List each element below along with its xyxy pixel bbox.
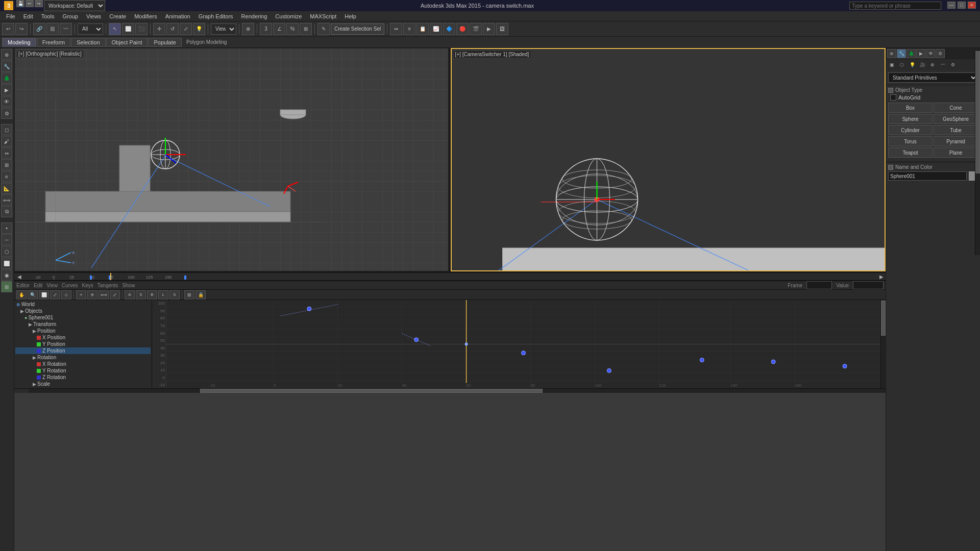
close-btn[interactable]: ✕ <box>968 2 976 9</box>
btn-sphere[interactable]: Sphere <box>888 114 933 124</box>
ge-tan-bezier-btn[interactable]: B <box>147 290 157 299</box>
ge-scale-key-btn[interactable]: ⤢ <box>110 290 120 299</box>
use-pivot-btn[interactable]: ⊕ <box>242 23 254 35</box>
object-name-input[interactable] <box>888 171 967 181</box>
ge-tan-step-btn[interactable]: S <box>169 290 180 299</box>
menu-views[interactable]: Views <box>82 12 105 20</box>
percent-snap-btn[interactable]: % <box>286 23 299 35</box>
rp-tab-create[interactable]: ⊕ <box>887 49 896 58</box>
rp-tab-modify[interactable]: 🔧 <box>897 49 906 58</box>
rp-sub-helpers[interactable]: ⊕ <box>928 60 937 69</box>
tree-rotation[interactable]: ▶ Rotation <box>15 354 151 361</box>
loop-btn[interactable]: ⊞ <box>1 281 12 292</box>
tree-z-rotation[interactable]: Z Rotation <box>15 374 151 381</box>
window-crossing-btn[interactable]: ⬛ <box>135 23 148 35</box>
menu-maxscript[interactable]: MAXScript <box>306 12 340 20</box>
tl-next-btn[interactable]: ▶ <box>879 273 884 280</box>
ge-tan-linear-btn[interactable]: L <box>158 290 168 299</box>
ge-tan-auto-btn[interactable]: A <box>125 290 135 299</box>
ge-move-key-btn[interactable]: ✛ <box>87 290 97 299</box>
undo-btn[interactable]: ↩ <box>2 23 14 35</box>
menu-rendering[interactable]: Rendering <box>237 12 272 20</box>
tab-selection[interactable]: Selection <box>71 38 105 47</box>
modify-tool[interactable]: 🔧 <box>1 61 12 72</box>
move-btn[interactable]: ✛ <box>153 23 165 35</box>
rp-tab-utils[interactable]: ⚙ <box>936 49 945 58</box>
element-btn[interactable]: ◉ <box>1 269 12 281</box>
ge-slide-key-btn[interactable]: ⟺ <box>99 290 109 299</box>
ge-tangents-menu[interactable]: Tangents <box>97 283 118 288</box>
mirror-btn[interactable]: ⇔ <box>390 23 402 35</box>
ge-show-menu[interactable]: Show <box>122 283 135 288</box>
tab-modeling[interactable]: Modeling <box>2 38 36 47</box>
rp-sub-spacewarps[interactable]: 〰 <box>938 60 947 69</box>
rp-tab-display[interactable]: 👁 <box>926 49 935 58</box>
angle-snap-btn[interactable]: ∠ <box>273 23 285 35</box>
create-sel-btn[interactable]: Create Selection Sel <box>331 23 384 35</box>
align-tool-btn[interactable]: ≡ <box>1 171 12 182</box>
tree-y-position[interactable]: Y Position <box>15 341 151 347</box>
ge-curves-menu[interactable]: Curves <box>62 283 78 288</box>
rp-tab-hierarchy[interactable]: 🌲 <box>906 49 916 58</box>
primitive-type-dropdown[interactable]: Standard Primitives <box>888 72 978 83</box>
menu-animation[interactable]: Animation <box>161 12 194 20</box>
menu-group[interactable]: Group <box>58 12 82 20</box>
ge-keys-menu[interactable]: Keys <box>82 283 93 288</box>
tree-x-rotation[interactable]: X Rotation <box>15 361 151 367</box>
tree-y-rotation[interactable]: Y Rotation <box>15 367 151 374</box>
tab-populate[interactable]: Populate <box>148 38 181 47</box>
scale-btn[interactable]: ⤢ <box>180 23 192 35</box>
paint-sel-btn[interactable]: 🖌 <box>1 136 12 147</box>
tree-z-position[interactable]: Z Position <box>15 347 151 354</box>
menu-tools[interactable]: Tools <box>37 12 59 20</box>
tree-position[interactable]: ▶ Position <box>15 328 151 334</box>
vertex-btn[interactable]: • <box>1 222 12 234</box>
unlink-btn[interactable]: ⛓ <box>46 23 59 35</box>
ge-zoom-btn[interactable]: 🔍 <box>28 290 38 299</box>
menu-help[interactable]: Help <box>340 12 360 20</box>
btn-cylinder[interactable]: Cylinder <box>888 125 933 135</box>
rp-sub-cameras[interactable]: 🎥 <box>918 60 927 69</box>
graph-hscroll[interactable] <box>14 388 886 393</box>
btn-cone[interactable]: Cone <box>934 103 978 113</box>
tree-scale[interactable]: ▶ Scale <box>15 381 151 387</box>
ge-view-menu[interactable]: View <box>46 283 58 288</box>
poly-btn[interactable]: ⬜ <box>1 258 12 269</box>
btn-plane[interactable]: Plane <box>934 147 978 158</box>
viewport-ortho[interactable]: [+] [Orthographic] [Realistic] <box>14 48 449 271</box>
value-input[interactable] <box>853 281 884 289</box>
select-btn[interactable]: ↖ <box>109 23 121 35</box>
btn-box[interactable]: Box <box>888 103 933 113</box>
mirror-tool-btn[interactable]: ⇔ <box>1 147 12 159</box>
btn-teapot[interactable]: Teapot <box>888 147 933 158</box>
btn-pyramid[interactable]: Pyramid <box>934 136 978 146</box>
menu-modifiers[interactable]: Modifiers <box>130 12 161 20</box>
curve-editor-btn[interactable]: 📈 <box>430 23 442 35</box>
edge-btn[interactable]: ─ <box>1 234 12 245</box>
layer-btn[interactable]: 📋 <box>416 23 429 35</box>
bind-space-warp-btn[interactable]: 〰 <box>60 23 72 35</box>
rp-vscroll-thumb[interactable] <box>975 51 980 173</box>
workspace-selector[interactable]: Workspace: Default <box>44 0 105 11</box>
render-btn[interactable]: ▶ <box>483 23 495 35</box>
ref-coord-dropdown[interactable]: View <box>211 23 236 35</box>
ge-zoom-ext-btn[interactable]: ⤢ <box>50 290 60 299</box>
edit-named-sel-btn[interactable]: ✎ <box>317 23 330 35</box>
maximize-btn[interactable]: □ <box>958 2 966 9</box>
help-search[interactable] <box>849 2 941 10</box>
quick-undo-btn[interactable]: ↩ <box>26 0 34 7</box>
ge-edit-menu[interactable]: Edit <box>34 283 42 288</box>
rp-sub-lights[interactable]: 💡 <box>908 60 917 69</box>
display-tool[interactable]: 👁 <box>1 96 12 107</box>
snap-toggle-btn[interactable]: 3 <box>260 23 272 35</box>
quick-redo-btn[interactable]: ↪ <box>35 0 43 7</box>
ge-tan-smooth-btn[interactable]: S <box>136 290 146 299</box>
rp-sub-geom[interactable]: ▣ <box>887 60 896 69</box>
border-btn[interactable]: ⬡ <box>1 246 12 257</box>
tree-transform[interactable]: ▶ Transform <box>15 321 151 328</box>
select-link-btn[interactable]: 🔗 <box>33 23 45 35</box>
clone-btn[interactable]: ⧉ <box>1 206 12 217</box>
tree-sphere001[interactable]: ● Sphere001 <box>15 314 151 321</box>
btn-torus[interactable]: Torus <box>888 136 933 146</box>
menu-edit[interactable]: Edit <box>19 12 37 20</box>
